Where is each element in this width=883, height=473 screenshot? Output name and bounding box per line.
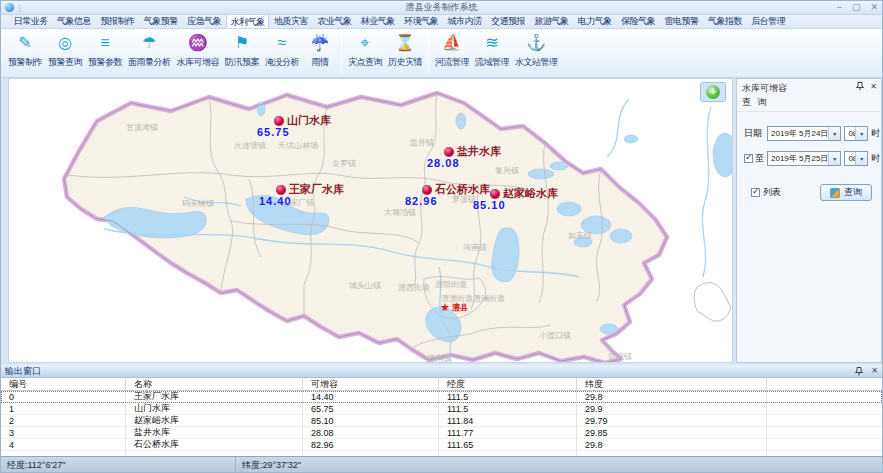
tab-旅游气象[interactable]: 旅游气象 xyxy=(530,14,573,28)
query-button[interactable]: 查询 xyxy=(820,184,872,201)
tab-日常业务[interactable]: 日常业务 xyxy=(9,14,52,28)
table-cell: 0 xyxy=(1,391,126,402)
toolbar-button-预警制作[interactable]: ✎预警制作 xyxy=(6,31,44,76)
query-icon xyxy=(830,188,840,198)
panel-subtitle: 查 询 xyxy=(742,96,876,109)
reservoir-capacity-value: 82.96 xyxy=(405,195,438,207)
toolbar-button-label: 预警参数 xyxy=(88,56,122,69)
tab-交通预报[interactable]: 交通预报 xyxy=(486,14,529,28)
table-cell xyxy=(767,415,882,426)
table-cell xyxy=(767,403,882,414)
toolbar-button-流域管理[interactable]: ≋流域管理 xyxy=(473,31,511,76)
table-cell: 82.96 xyxy=(303,439,439,450)
toolbar-button-水文站管理[interactable]: ⚓水文站管理 xyxy=(513,31,560,76)
toolbar-button-label: 防汛预案 xyxy=(225,56,259,69)
output-pin-icon[interactable] xyxy=(855,367,863,376)
reservoir-marker-赵家峪水库[interactable] xyxy=(491,190,500,199)
tab-雷电预警[interactable]: 雷电预警 xyxy=(660,14,703,28)
list-checkbox[interactable] xyxy=(751,188,760,197)
areal-rainfall-icon: ☂ xyxy=(142,32,156,54)
table-cell xyxy=(577,451,767,456)
tab-气象预警[interactable]: 气象预警 xyxy=(139,14,182,28)
toolbar-separator xyxy=(428,33,429,74)
column-header: 纬度 xyxy=(577,378,767,390)
panel-pin-icon[interactable] xyxy=(856,82,864,91)
warning-search-icon: ◎ xyxy=(58,32,72,54)
date-to-select[interactable]: 2019年 5月25日 ▾ xyxy=(767,151,841,166)
table-cell: 29.79 xyxy=(577,415,767,426)
toolbar-button-label: 灾点查询 xyxy=(348,56,382,69)
tab-应急气象[interactable]: 应急气象 xyxy=(183,14,226,28)
status-longitude: 经度:112°6'27" xyxy=(1,457,236,473)
tab-地质灾害[interactable]: 地质灾害 xyxy=(269,14,312,28)
table-row[interactable]: 0王家厂水库14.40111.529.8 xyxy=(1,391,882,403)
flood-plan-icon: ⚑ xyxy=(235,32,249,54)
date-from-select[interactable]: 2019年 5月24日 ▾ xyxy=(767,126,841,141)
table-cell: 3 xyxy=(1,427,126,438)
tab-林业气象[interactable]: 林业气象 xyxy=(356,14,399,28)
table-cell: 65.75 xyxy=(303,403,439,414)
panel-close-icon[interactable]: ✕ xyxy=(870,83,877,91)
table-row[interactable]: 2赵家峪水库85.10111.8429.79 xyxy=(1,415,882,427)
toolbar-button-灾点查询[interactable]: ⌖灾点查询 xyxy=(346,31,384,76)
reservoir-marker-王家厂水库[interactable] xyxy=(277,186,286,195)
reservoir-capacity-value: 65.75 xyxy=(257,126,290,138)
tab-bar: 日常业务气象信息预报制作气象预警应急气象水利气象地质灾害农业气象林业气象环境气象… xyxy=(1,15,882,29)
toolbar-button-淹没分析[interactable]: ≈淹没分析 xyxy=(263,31,301,76)
to-date-checkbox[interactable] xyxy=(744,154,753,163)
table-cell: 85.10 xyxy=(303,415,439,426)
table-cell: 111.84 xyxy=(439,415,577,426)
table-row[interactable]: 4石公桥水库82.96111.6529.8 xyxy=(1,439,882,451)
tab-预报制作[interactable]: 预报制作 xyxy=(96,14,139,28)
tab-环境气象[interactable]: 环境气象 xyxy=(400,14,443,28)
toolbar-button-水库可增容[interactable]: ♒水库可增容 xyxy=(175,31,222,76)
table-cell: 石公桥水库 xyxy=(126,439,303,450)
table-cell: 2 xyxy=(1,415,126,426)
reservoir-capacity-value: 85.10 xyxy=(473,199,506,211)
tab-气象指数[interactable]: 气象指数 xyxy=(703,14,746,28)
tab-电力气象[interactable]: 电力气象 xyxy=(573,14,616,28)
table-cell: 王家厂水库 xyxy=(126,391,303,402)
toolbar-button-label: 河流管理 xyxy=(435,56,469,69)
toolbar-button-防汛预案[interactable]: ⚑防汛预案 xyxy=(223,31,261,76)
hour-to-select[interactable]: 08 ▾ xyxy=(844,151,868,166)
toolbar-button-历史灾情[interactable]: ⌛历史灾情 xyxy=(386,31,424,76)
maximize-button[interactable]: ▢ xyxy=(852,3,861,12)
toolbar-button-雨情[interactable]: ☔雨情 xyxy=(303,31,337,76)
output-window: 输出窗口 ✕ 编号名称可增容经度纬度0王家厂水库14.40111.529.81山… xyxy=(1,363,882,456)
tab-气象信息[interactable]: 气象信息 xyxy=(52,14,95,28)
toolbar-button-预警参数[interactable]: ≡预警参数 xyxy=(86,31,124,76)
reservoir-marker-盐井水库[interactable] xyxy=(445,148,454,157)
map-zoom-in-button[interactable]: + xyxy=(700,82,726,102)
toolbar-button-河流管理[interactable]: ⛵河流管理 xyxy=(433,31,471,76)
table-cell: 111.5 xyxy=(439,403,577,414)
reservoir-marker-石公桥水库[interactable] xyxy=(423,186,432,195)
close-button[interactable]: ✕ xyxy=(870,3,878,12)
toolbar-button-label: 淹没分析 xyxy=(265,56,299,69)
tab-水利气象[interactable]: 水利气象 xyxy=(226,14,269,28)
county-seat-label: 澧县 xyxy=(452,302,468,313)
table-row[interactable]: 3盐井水库28.08111.7729.85 xyxy=(1,427,882,439)
table-cell xyxy=(767,427,882,438)
column-header xyxy=(767,378,882,390)
map-viewport[interactable]: 甘溪滩镇火连坡镇天供山林场金罗镇盐井镇复兴镇码头铺镇王家厂镇梦溪镇大堰垱镇涔南镇… xyxy=(8,78,733,363)
reservoir-name-label: 王家厂水库 xyxy=(289,182,344,197)
table-row[interactable]: 1山门水库65.75111.529.9 xyxy=(1,403,882,415)
tab-农业气象[interactable]: 农业气象 xyxy=(313,14,356,28)
reservoir-name-label: 石公桥水库 xyxy=(435,182,490,197)
chevron-down-icon: ▾ xyxy=(855,127,867,140)
column-header: 经度 xyxy=(439,378,577,390)
minimize-button[interactable]: – xyxy=(837,3,842,12)
toolbar-button-label: 预警制作 xyxy=(8,56,42,69)
output-close-icon[interactable]: ✕ xyxy=(871,367,878,375)
table-cell xyxy=(439,451,577,456)
tab-城市内涝[interactable]: 城市内涝 xyxy=(443,14,486,28)
toolbar-button-label: 水库可增容 xyxy=(177,56,220,69)
tab-保险气象[interactable]: 保险气象 xyxy=(616,14,659,28)
hour-from-select[interactable]: 08 ▾ xyxy=(844,126,868,141)
reservoir-marker-山门水库[interactable] xyxy=(275,117,284,126)
toolbar-button-面雨量分析[interactable]: ☂面雨量分析 xyxy=(126,31,173,76)
tab-后台管理[interactable]: 后台管理 xyxy=(747,14,790,28)
toolbar-button-预警查询[interactable]: ◎预警查询 xyxy=(46,31,84,76)
table-cell xyxy=(767,451,882,456)
